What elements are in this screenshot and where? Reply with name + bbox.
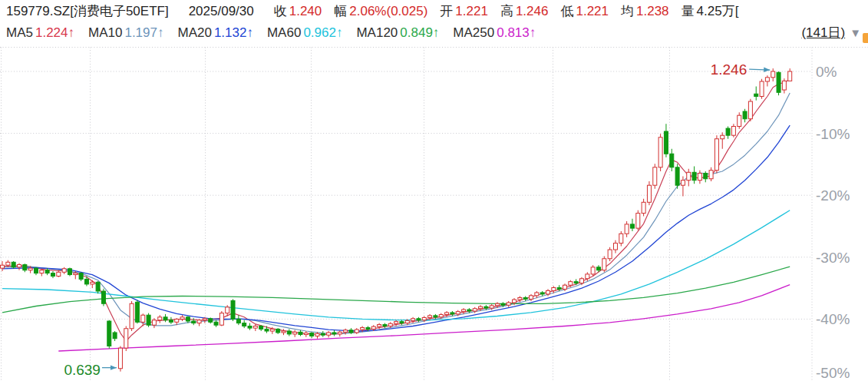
svg-text:0.639: 0.639 bbox=[64, 362, 101, 378]
ma120-indicator: MA120 0.849↑ bbox=[356, 25, 439, 41]
field-high: 高 1.246 bbox=[500, 2, 549, 20]
svg-text:0%: 0% bbox=[816, 64, 837, 80]
axis-labels: 0%-10%-20%-30%-40%-50% bbox=[816, 64, 850, 381]
svg-text:1.246: 1.246 bbox=[711, 61, 748, 78]
field-open: 开 1.221 bbox=[440, 2, 488, 20]
ma20-indicator: MA20 1.132↑ bbox=[177, 25, 252, 41]
annotations: 1.2460.639 bbox=[64, 61, 770, 378]
grid-layer bbox=[0, 48, 868, 381]
field-volume: 量 4.25万[ bbox=[682, 2, 739, 20]
candlestick-chart[interactable]: 0%-10%-20%-30%-40%-50% 1.2460.639 bbox=[0, 0, 868, 381]
clipped-panel-icon[interactable] bbox=[863, 33, 868, 43]
svg-text:-30%: -30% bbox=[816, 250, 850, 266]
ma60-indicator: MA60 0.962↑ bbox=[267, 25, 342, 41]
field-avg: 均 1.238 bbox=[621, 2, 669, 20]
candles-layer bbox=[1, 68, 792, 372]
ma250-indicator: MA250 0.813↑ bbox=[453, 25, 536, 41]
symbol-title: 159779.SZ[消费电子50ETF] bbox=[6, 2, 169, 20]
field-low: 低 1.221 bbox=[560, 2, 609, 20]
svg-text:-10%: -10% bbox=[816, 126, 850, 142]
field-close: 收 1.240 bbox=[274, 2, 322, 20]
svg-text:-50%: -50% bbox=[816, 365, 850, 381]
visible-range-control: (141日) ▼ bbox=[801, 22, 861, 43]
ma5-indicator: MA5 1.224↑ bbox=[6, 25, 74, 41]
ma-lines-layer bbox=[2, 79, 790, 351]
kline-app-window: { "header": { "symbol": "159779.SZ[消费电子5… bbox=[0, 0, 868, 381]
ma-indicator-bar: MA5 1.224↑ MA10 1.197↑ MA20 1.132↑ MA60 … bbox=[6, 22, 868, 43]
quote-date: 2025/09/30 bbox=[189, 4, 254, 19]
header-info-bar: 159779.SZ[消费电子50ETF] 2025/09/30 收 1.240 … bbox=[6, 1, 868, 22]
visible-range-label[interactable]: (141日) bbox=[801, 24, 845, 41]
svg-text:-20%: -20% bbox=[816, 187, 850, 204]
ma10-indicator: MA10 1.197↑ bbox=[88, 25, 163, 41]
chevron-down-icon[interactable]: ▼ bbox=[850, 27, 861, 38]
field-change: 幅 2.06%(0.025) bbox=[334, 2, 427, 20]
svg-text:-40%: -40% bbox=[816, 311, 850, 327]
